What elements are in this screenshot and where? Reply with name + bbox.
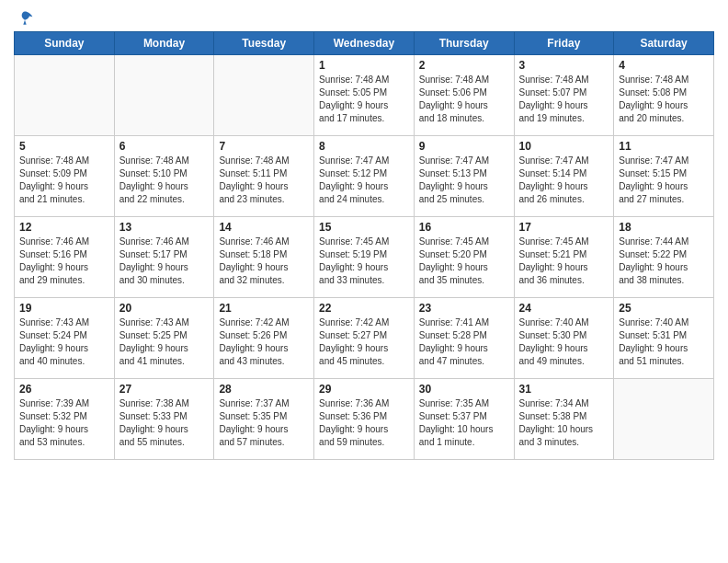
cell-info: Sunrise: 7:38 AM Sunset: 5:33 PM Dayligh…: [119, 397, 210, 449]
cal-cell-23: 23Sunrise: 7:41 AM Sunset: 5:28 PM Dayli…: [414, 298, 514, 379]
cal-cell-5: 5Sunrise: 7:48 AM Sunset: 5:09 PM Daylig…: [15, 136, 115, 217]
cal-cell-empty-0-0: [15, 55, 115, 136]
day-number: 6: [119, 140, 210, 153]
day-header-thursday: Thursday: [414, 32, 514, 55]
cal-cell-8: 8Sunrise: 7:47 AM Sunset: 5:12 PM Daylig…: [314, 136, 415, 217]
cal-cell-11: 11Sunrise: 7:47 AM Sunset: 5:15 PM Dayli…: [614, 136, 714, 217]
cell-info: Sunrise: 7:45 AM Sunset: 5:21 PM Dayligh…: [519, 236, 609, 287]
day-number: 28: [219, 383, 309, 396]
cell-info: Sunrise: 7:37 AM Sunset: 5:35 PM Dayligh…: [219, 397, 309, 449]
cal-cell-20: 20Sunrise: 7:43 AM Sunset: 5:25 PM Dayli…: [114, 298, 214, 379]
cell-info: Sunrise: 7:40 AM Sunset: 5:31 PM Dayligh…: [619, 316, 709, 368]
day-number: 26: [19, 383, 109, 396]
cal-cell-22: 22Sunrise: 7:42 AM Sunset: 5:27 PM Dayli…: [314, 298, 415, 379]
cell-info: Sunrise: 7:47 AM Sunset: 5:14 PM Dayligh…: [519, 155, 609, 206]
cell-info: Sunrise: 7:43 AM Sunset: 5:24 PM Dayligh…: [19, 316, 109, 368]
cal-cell-4: 4Sunrise: 7:48 AM Sunset: 5:08 PM Daylig…: [614, 55, 714, 136]
cal-cell-1: 1Sunrise: 7:48 AM Sunset: 5:05 PM Daylig…: [314, 55, 415, 136]
day-number: 16: [419, 221, 509, 234]
cal-cell-27: 27Sunrise: 7:38 AM Sunset: 5:33 PM Dayli…: [114, 379, 214, 460]
day-number: 22: [319, 302, 409, 315]
calendar-page: SundayMondayTuesdayWednesdayThursdayFrid…: [0, 0, 728, 563]
cell-info: Sunrise: 7:46 AM Sunset: 5:16 PM Dayligh…: [19, 236, 109, 287]
cal-cell-18: 18Sunrise: 7:44 AM Sunset: 5:22 PM Dayli…: [614, 217, 714, 298]
cell-info: Sunrise: 7:48 AM Sunset: 5:11 PM Dayligh…: [219, 155, 309, 206]
header: [14, 9, 714, 24]
cell-info: Sunrise: 7:44 AM Sunset: 5:22 PM Dayligh…: [619, 236, 709, 287]
day-number: 17: [519, 221, 609, 234]
day-number: 4: [619, 59, 709, 72]
cal-cell-12: 12Sunrise: 7:46 AM Sunset: 5:16 PM Dayli…: [15, 217, 115, 298]
cell-info: Sunrise: 7:48 AM Sunset: 5:08 PM Dayligh…: [619, 74, 709, 125]
cell-info: Sunrise: 7:48 AM Sunset: 5:10 PM Dayligh…: [119, 155, 210, 206]
cell-info: Sunrise: 7:42 AM Sunset: 5:27 PM Dayligh…: [319, 316, 409, 368]
day-number: 2: [419, 59, 509, 72]
cal-cell-26: 26Sunrise: 7:39 AM Sunset: 5:32 PM Dayli…: [15, 379, 115, 460]
cal-cell-29: 29Sunrise: 7:36 AM Sunset: 5:36 PM Dayli…: [314, 379, 415, 460]
cell-info: Sunrise: 7:48 AM Sunset: 5:07 PM Dayligh…: [519, 74, 609, 125]
day-number: 3: [519, 59, 609, 72]
day-header-tuesday: Tuesday: [214, 32, 314, 55]
day-number: 14: [219, 221, 309, 234]
day-number: 13: [119, 221, 210, 234]
cell-info: Sunrise: 7:36 AM Sunset: 5:36 PM Dayligh…: [319, 397, 409, 449]
cal-cell-21: 21Sunrise: 7:42 AM Sunset: 5:26 PM Dayli…: [214, 298, 314, 379]
cal-cell-2: 2Sunrise: 7:48 AM Sunset: 5:06 PM Daylig…: [414, 55, 514, 136]
cell-info: Sunrise: 7:48 AM Sunset: 5:09 PM Dayligh…: [19, 155, 109, 206]
cal-cell-10: 10Sunrise: 7:47 AM Sunset: 5:14 PM Dayli…: [514, 136, 614, 217]
cell-info: Sunrise: 7:40 AM Sunset: 5:30 PM Dayligh…: [519, 316, 609, 368]
cal-cell-7: 7Sunrise: 7:48 AM Sunset: 5:11 PM Daylig…: [214, 136, 314, 217]
day-number: 8: [319, 140, 409, 153]
cell-info: Sunrise: 7:46 AM Sunset: 5:18 PM Dayligh…: [219, 236, 309, 287]
day-number: 1: [319, 59, 409, 72]
day-number: 18: [619, 221, 709, 234]
day-number: 31: [519, 383, 609, 396]
day-number: 23: [419, 302, 509, 315]
day-number: 9: [419, 140, 509, 153]
calendar-table: SundayMondayTuesdayWednesdayThursdayFrid…: [14, 31, 714, 460]
cal-cell-30: 30Sunrise: 7:35 AM Sunset: 5:37 PM Dayli…: [414, 379, 514, 460]
day-number: 24: [519, 302, 609, 315]
day-number: 11: [619, 140, 709, 153]
cal-cell-17: 17Sunrise: 7:45 AM Sunset: 5:21 PM Dayli…: [514, 217, 614, 298]
cell-info: Sunrise: 7:34 AM Sunset: 5:38 PM Dayligh…: [519, 397, 609, 449]
cell-info: Sunrise: 7:43 AM Sunset: 5:25 PM Dayligh…: [119, 316, 210, 368]
logo: [14, 9, 34, 24]
day-number: 10: [519, 140, 609, 153]
cell-info: Sunrise: 7:39 AM Sunset: 5:32 PM Dayligh…: [19, 397, 109, 449]
cal-cell-3: 3Sunrise: 7:48 AM Sunset: 5:07 PM Daylig…: [514, 55, 614, 136]
day-number: 15: [319, 221, 409, 234]
cal-cell-25: 25Sunrise: 7:40 AM Sunset: 5:31 PM Dayli…: [614, 298, 714, 379]
cell-info: Sunrise: 7:48 AM Sunset: 5:06 PM Dayligh…: [419, 74, 509, 125]
cell-info: Sunrise: 7:47 AM Sunset: 5:12 PM Dayligh…: [319, 155, 409, 206]
cal-cell-16: 16Sunrise: 7:45 AM Sunset: 5:20 PM Dayli…: [414, 217, 514, 298]
cal-cell-9: 9Sunrise: 7:47 AM Sunset: 5:13 PM Daylig…: [414, 136, 514, 217]
day-number: 21: [219, 302, 309, 315]
day-number: 20: [119, 302, 210, 315]
cal-cell-24: 24Sunrise: 7:40 AM Sunset: 5:30 PM Dayli…: [514, 298, 614, 379]
cal-cell-empty-4-6: [614, 379, 714, 460]
cell-info: Sunrise: 7:42 AM Sunset: 5:26 PM Dayligh…: [219, 316, 309, 368]
cell-info: Sunrise: 7:48 AM Sunset: 5:05 PM Dayligh…: [319, 74, 409, 125]
cal-cell-6: 6Sunrise: 7:48 AM Sunset: 5:10 PM Daylig…: [114, 136, 214, 217]
day-header-saturday: Saturday: [614, 32, 714, 55]
day-number: 25: [619, 302, 709, 315]
day-number: 30: [419, 383, 509, 396]
day-number: 27: [119, 383, 210, 396]
cell-info: Sunrise: 7:45 AM Sunset: 5:19 PM Dayligh…: [319, 236, 409, 287]
cal-cell-empty-0-2: [214, 55, 314, 136]
logo-bird-icon: [16, 9, 34, 28]
cal-cell-28: 28Sunrise: 7:37 AM Sunset: 5:35 PM Dayli…: [214, 379, 314, 460]
cal-cell-19: 19Sunrise: 7:43 AM Sunset: 5:24 PM Dayli…: [15, 298, 115, 379]
day-number: 29: [319, 383, 409, 396]
cell-info: Sunrise: 7:47 AM Sunset: 5:15 PM Dayligh…: [619, 155, 709, 206]
day-number: 12: [19, 221, 109, 234]
cell-info: Sunrise: 7:47 AM Sunset: 5:13 PM Dayligh…: [419, 155, 509, 206]
cal-cell-empty-0-1: [114, 55, 214, 136]
day-number: 19: [19, 302, 109, 315]
cal-cell-14: 14Sunrise: 7:46 AM Sunset: 5:18 PM Dayli…: [214, 217, 314, 298]
day-number: 7: [219, 140, 309, 153]
cal-cell-31: 31Sunrise: 7:34 AM Sunset: 5:38 PM Dayli…: [514, 379, 614, 460]
cell-info: Sunrise: 7:45 AM Sunset: 5:20 PM Dayligh…: [419, 236, 509, 287]
cal-cell-15: 15Sunrise: 7:45 AM Sunset: 5:19 PM Dayli…: [314, 217, 415, 298]
